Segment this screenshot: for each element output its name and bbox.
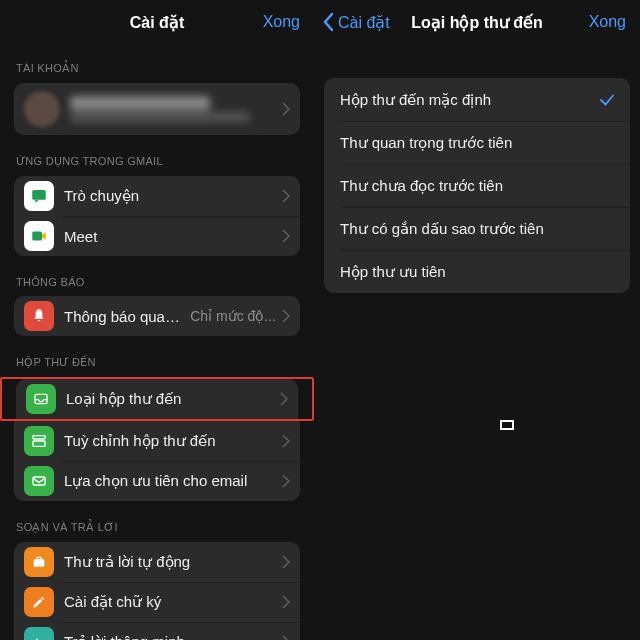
svg-rect-0 (32, 190, 46, 200)
row-priority-email-label: Lựa chọn ưu tiên cho email (64, 472, 276, 490)
chevron-right-icon (282, 595, 290, 609)
option-unread-label: Thư chưa đọc trước tiên (340, 177, 616, 195)
group-inbox-top: Loại hộp thư đến (16, 379, 298, 419)
chevron-right-icon (282, 102, 290, 116)
right-navbar: Cài đặt Loại hộp thư đến Xong (314, 0, 640, 44)
highlight-inbox-type: Loại hộp thư đến (0, 377, 314, 421)
option-starred-label: Thư có gắn dấu sao trước tiên (340, 220, 616, 238)
row-smartreply-label: Trả lời thông minh (64, 633, 276, 640)
section-header-notifications: THÔNG BÁO (14, 256, 300, 296)
row-smartreply[interactable]: Trả lời thông minh (14, 622, 300, 640)
floating-rectangle-icon (500, 420, 514, 430)
svg-rect-4 (33, 441, 45, 446)
avatar (24, 91, 60, 127)
svg-rect-3 (33, 436, 45, 439)
group-notifications: Thông báo qua email Chỉ mức độ... (14, 296, 300, 336)
option-priority-label: Hộp thư ưu tiên (340, 263, 616, 281)
row-signature-label: Cài đặt chữ ký (64, 593, 276, 611)
option-default-label: Hộp thư đến mặc định (340, 91, 598, 109)
row-email-notifications-sub: Chỉ mức độ... (190, 308, 276, 324)
row-email-notifications[interactable]: Thông báo qua email Chỉ mức độ... (14, 296, 300, 336)
left-done-button[interactable]: Xong (263, 13, 300, 31)
chevron-left-icon (322, 12, 336, 32)
left-content: TÀI KHOẢN ỨNG DỤNG TRONG GMAIL Trò chuyệ… (0, 44, 314, 640)
chevron-right-icon (282, 555, 290, 569)
suitcase-icon (24, 547, 54, 577)
row-meet[interactable]: Meet (14, 216, 300, 256)
meet-icon (24, 221, 54, 251)
option-important-label: Thư quan trọng trước tiên (340, 134, 616, 152)
section-header-apps: ỨNG DỤNG TRONG GMAIL (14, 135, 300, 176)
back-label: Cài đặt (338, 13, 390, 32)
left-title: Cài đặt (130, 13, 184, 32)
svg-rect-1 (32, 232, 42, 241)
row-inbox-type[interactable]: Loại hộp thư đến (16, 379, 298, 419)
section-header-compose: SOẠN VÀ TRẢ LỜI (14, 501, 300, 542)
row-autoreply[interactable]: Thư trả lời tự động (14, 542, 300, 582)
checkmark-icon (598, 91, 616, 109)
row-meet-label: Meet (64, 228, 276, 245)
row-email-notifications-label: Thông báo qua email (64, 308, 182, 325)
back-button[interactable]: Cài đặt (322, 12, 390, 32)
svg-rect-5 (33, 477, 45, 485)
row-chat[interactable]: Trò chuyện (14, 176, 300, 216)
row-chat-label: Trò chuyện (64, 187, 276, 205)
row-priority-email[interactable]: Lựa chọn ưu tiên cho email (14, 461, 300, 501)
chevron-right-icon (282, 229, 290, 243)
chevron-right-icon (282, 434, 290, 448)
svg-rect-7 (37, 557, 41, 560)
settings-pane: Cài đặt Xong TÀI KHOẢN ỨNG DỤNG TRONG GM… (0, 0, 314, 640)
right-content: Hộp thư đến mặc định Thư quan trọng trướ… (314, 44, 640, 640)
option-important[interactable]: Thư quan trọng trước tiên (324, 121, 630, 164)
option-unread[interactable]: Thư chưa đọc trước tiên (324, 164, 630, 207)
chevron-right-icon (282, 309, 290, 323)
group-inbox-type-options: Hộp thư đến mặc định Thư quan trọng trướ… (324, 78, 630, 293)
bell-icon (24, 301, 54, 331)
chevron-right-icon (282, 635, 290, 640)
row-inbox-type-label: Loại hộp thư đến (66, 390, 274, 408)
chevron-right-icon (282, 189, 290, 203)
left-navbar: Cài đặt Xong (0, 0, 314, 44)
account-text-blurred (70, 96, 276, 122)
option-default[interactable]: Hộp thư đến mặc định (324, 78, 630, 121)
group-apps: Trò chuyện Meet (14, 176, 300, 256)
envelope-icon (24, 466, 54, 496)
chevron-right-icon (280, 392, 288, 406)
row-signature[interactable]: Cài đặt chữ ký (14, 582, 300, 622)
inbox-type-pane: Cài đặt Loại hộp thư đến Xong Hộp thư đế… (314, 0, 640, 640)
group-compose: Thư trả lời tự động Cài đặt chữ ký Trả l… (14, 542, 300, 640)
section-header-account: TÀI KHOẢN (14, 44, 300, 83)
group-inbox-bottom: Tuỳ chỉnh hộp thư đến Lựa chọn ưu tiên c… (14, 421, 300, 501)
reply-icon (24, 627, 54, 640)
row-autoreply-label: Thư trả lời tự động (64, 553, 276, 571)
inbox-icon (26, 384, 56, 414)
group-account (14, 83, 300, 135)
row-customize-inbox-label: Tuỳ chỉnh hộp thư đến (64, 432, 276, 450)
chat-icon (24, 181, 54, 211)
chevron-right-icon (282, 474, 290, 488)
right-done-button[interactable]: Xong (589, 13, 626, 31)
customize-icon (24, 426, 54, 456)
row-customize-inbox[interactable]: Tuỳ chỉnh hộp thư đến (14, 421, 300, 461)
right-title: Loại hộp thư đến (411, 13, 543, 32)
pencil-icon (24, 587, 54, 617)
option-starred[interactable]: Thư có gắn dấu sao trước tiên (324, 207, 630, 250)
account-row[interactable] (14, 83, 300, 135)
section-header-inbox: HỘP THƯ ĐẾN (14, 336, 300, 377)
option-priority[interactable]: Hộp thư ưu tiên (324, 250, 630, 293)
